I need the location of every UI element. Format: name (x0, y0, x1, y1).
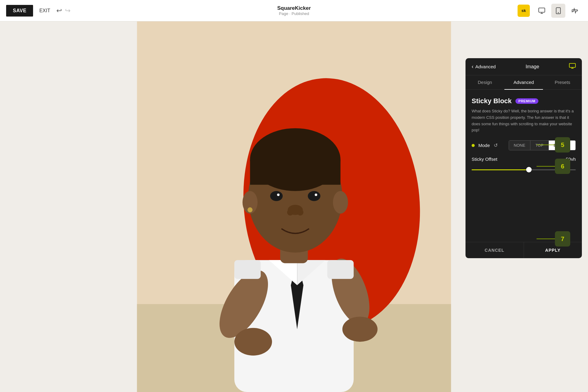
topbar-center: SquareKicker Page · Published (277, 5, 311, 16)
annotation-6: 6 (537, 159, 570, 174)
paint-button[interactable] (568, 4, 582, 18)
svg-rect-20 (250, 160, 309, 185)
save-button[interactable]: SAVE (6, 5, 33, 17)
hero-image (156, 34, 309, 214)
sk-logo: sk (518, 5, 530, 17)
annotation-7: 7 (537, 231, 570, 247)
svg-point-25 (277, 194, 280, 196)
page-status: Page · Published (277, 11, 311, 16)
exit-button[interactable]: EXIT (39, 8, 50, 13)
desktop-view-button[interactable] (535, 4, 549, 18)
history-buttons: ↩ ↪ (56, 7, 70, 15)
svg-rect-0 (539, 8, 545, 12)
app-title: SquareKicker (277, 5, 311, 11)
svg-point-24 (270, 191, 283, 201)
svg-point-23 (247, 207, 252, 212)
topbar-right: sk (518, 4, 582, 18)
image-container (156, 34, 309, 214)
redo-button[interactable]: ↪ (65, 7, 70, 15)
topbar: SAVE EXIT ↩ ↪ SquareKicker Page · Publis… (0, 0, 588, 21)
undo-button[interactable]: ↩ (56, 7, 62, 15)
mobile-view-button[interactable] (551, 4, 565, 18)
canvas-area (0, 21, 466, 392)
main-area: ‹ Advanced Image Design Advanced Presets (0, 21, 588, 392)
annotation-5: 5 (537, 137, 570, 153)
